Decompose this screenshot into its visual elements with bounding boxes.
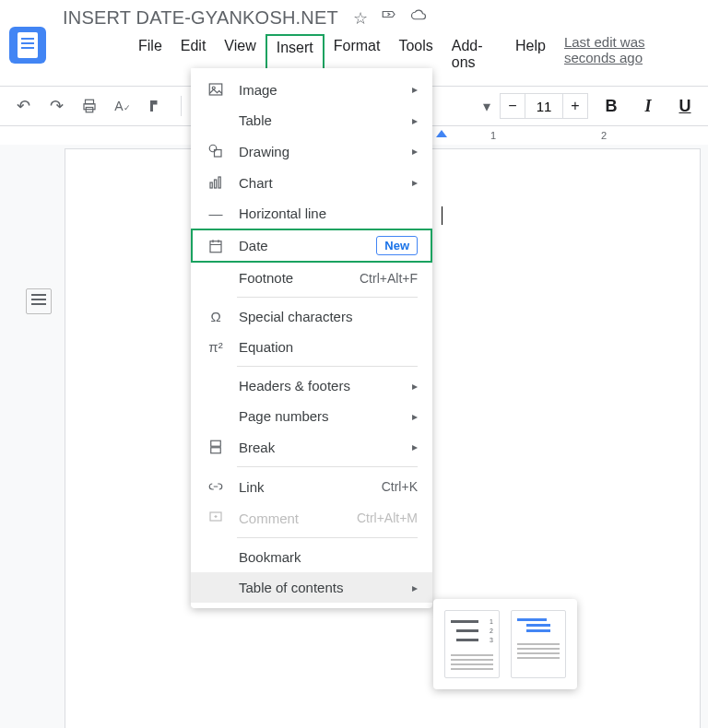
svg-point-5 [209, 145, 217, 152]
svg-rect-0 [86, 100, 94, 104]
redo-button[interactable]: ↷ [42, 92, 70, 120]
docs-logo-icon[interactable] [9, 27, 46, 64]
menu-bookmark[interactable]: Bookmark [191, 542, 432, 572]
menu-toc[interactable]: Table of contents▸ [191, 572, 432, 603]
chart-icon [206, 174, 226, 191]
menu-link[interactable]: Link Ctrl+K [191, 471, 432, 502]
last-edit-link[interactable]: Last edit was seconds ago [564, 34, 699, 75]
ruler-tick: 1 [438, 130, 549, 141]
font-size-decrease[interactable]: − [500, 93, 525, 119]
menu-addons[interactable]: Add-ons [442, 34, 506, 75]
svg-rect-9 [218, 177, 220, 188]
star-icon[interactable]: ☆ [353, 8, 368, 29]
ruler-tick: 2 [549, 130, 659, 141]
italic-button[interactable]: I [634, 92, 662, 120]
drawing-icon [206, 143, 226, 159]
font-size-increase[interactable]: + [562, 93, 588, 119]
menu-table[interactable]: Table▸ [191, 105, 432, 135]
link-icon [206, 478, 226, 495]
hr-icon: — [206, 205, 226, 221]
underline-button[interactable]: U [671, 92, 699, 120]
svg-rect-8 [215, 180, 217, 188]
menu-page-numbers[interactable]: Page numbers▸ [191, 401, 432, 431]
menu-hr[interactable]: — Horizontal line [191, 198, 432, 229]
move-icon[interactable] [381, 7, 397, 29]
menu-special-chars[interactable]: Ω Special characters [191, 301, 432, 332]
text-cursor [442, 206, 442, 225]
doc-title[interactable]: INSERT DATE-GYANKOSH.NET [63, 7, 338, 29]
styles-dropdown[interactable]: ▾ [439, 98, 494, 115]
calendar-icon [206, 238, 226, 254]
svg-rect-12 [211, 448, 221, 453]
omega-icon: Ω [206, 309, 226, 324]
insert-dropdown: Image▸ Table▸ Drawing▸ Chart▸ — Horizont… [191, 68, 432, 608]
spellcheck-button[interactable]: A✓ [109, 92, 136, 120]
menu-file[interactable]: File [129, 34, 171, 75]
paint-format-button[interactable] [142, 92, 170, 120]
font-size-input[interactable] [525, 93, 562, 119]
svg-rect-11 [211, 440, 221, 446]
outline-icon[interactable] [26, 288, 52, 314]
toc-submenu: 1 2 3 [433, 599, 577, 689]
menu-image[interactable]: Image▸ [191, 74, 432, 105]
bold-button[interactable]: B [597, 92, 625, 120]
svg-rect-3 [209, 84, 222, 95]
menu-help[interactable]: Help [506, 34, 555, 75]
undo-button[interactable]: ↶ [9, 92, 37, 120]
pi-icon: π² [206, 339, 226, 355]
cloud-status-icon[interactable] [410, 7, 427, 29]
toc-option-numbers[interactable]: 1 2 3 [444, 610, 500, 678]
toc-option-links[interactable] [511, 610, 566, 678]
menu-date[interactable]: Date New [191, 229, 432, 263]
break-icon [206, 439, 226, 455]
menu-footnote[interactable]: Footnote Ctrl+Alt+F [191, 263, 432, 293]
svg-rect-10 [210, 241, 221, 252]
new-badge: New [376, 236, 418, 255]
menu-drawing[interactable]: Drawing▸ [191, 135, 432, 167]
menu-comment: Comment Ctrl+Alt+M [191, 502, 432, 534]
print-button[interactable] [76, 92, 103, 120]
image-icon [206, 81, 226, 98]
svg-rect-7 [210, 182, 212, 188]
comment-icon [206, 510, 226, 526]
menu-chart[interactable]: Chart▸ [191, 167, 432, 198]
menu-equation[interactable]: π² Equation [191, 332, 432, 362]
menu-break[interactable]: Break▸ [191, 431, 432, 463]
menu-headers-footers[interactable]: Headers & footers▸ [191, 370, 432, 401]
